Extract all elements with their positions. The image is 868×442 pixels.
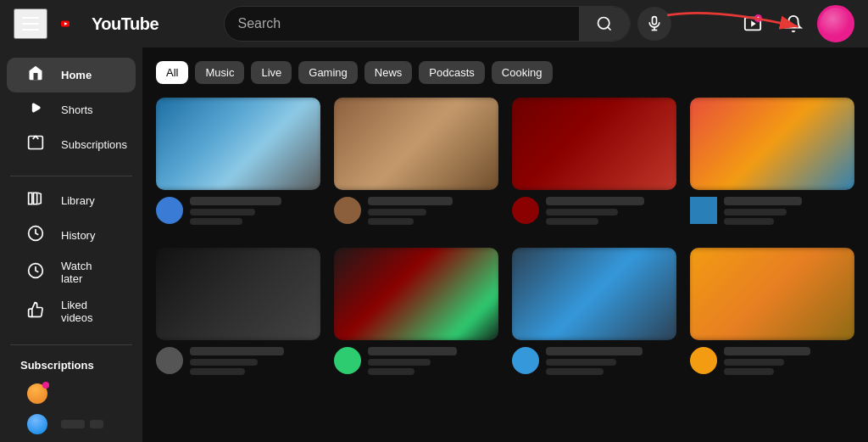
- chips-row: All Music Live Gaming News Podcasts Cook…: [156, 61, 854, 84]
- chip-live[interactable]: Live: [251, 61, 292, 84]
- watch-later-svg: [27, 262, 44, 279]
- svg-rect-15: [34, 193, 37, 204]
- video-info-6: [368, 347, 498, 378]
- create-button[interactable]: [736, 7, 770, 41]
- sidebar-item-library[interactable]: Library: [7, 183, 136, 218]
- history-icon: [27, 225, 44, 246]
- hamburger-menu-button[interactable]: [14, 8, 47, 39]
- video-meta-3: [512, 197, 676, 227]
- header-right: [736, 5, 854, 42]
- divider-2: [10, 344, 132, 345]
- channel-avatar-8: [690, 347, 717, 374]
- sidebar-label-home: Home: [61, 69, 92, 81]
- sidebar-label-library: Library: [61, 194, 95, 207]
- bell-icon: [784, 14, 803, 33]
- youtube-wordmark: YouTube: [92, 14, 159, 34]
- svg-rect-4: [652, 17, 656, 25]
- shorts-svg: [27, 99, 44, 116]
- sidebar-item-subscriptions[interactable]: Subscriptions: [7, 127, 136, 162]
- video-card-8[interactable]: [690, 248, 854, 378]
- svg-line-3: [607, 27, 610, 31]
- channel-avatar-2: [334, 197, 361, 224]
- video-thumb-1: [156, 98, 320, 190]
- library-svg: [27, 190, 44, 207]
- sidebar-label-subscriptions: Subscriptions: [61, 138, 127, 151]
- divider-1: [10, 176, 132, 176]
- chip-all[interactable]: All: [156, 61, 188, 84]
- video-card-1[interactable]: [156, 98, 320, 227]
- video-card-7[interactable]: [512, 248, 676, 378]
- subscription-item-2[interactable]: [7, 409, 136, 439]
- sidebar-label-liked-videos: Liked videos: [61, 299, 115, 324]
- sub-dot-1: [42, 382, 49, 389]
- channel-avatar-3: [512, 197, 539, 224]
- subscriptions-icon: [27, 134, 44, 155]
- chip-cooking[interactable]: Cooking: [492, 61, 553, 84]
- body: Home Shorts Subscriptions: [0, 48, 868, 442]
- video-info-2: [368, 197, 498, 227]
- search-icon: [596, 15, 613, 32]
- video-card-4[interactable]: [690, 98, 854, 227]
- sidebar-label-history: History: [61, 229, 95, 242]
- video-meta-5: [156, 347, 320, 378]
- search-input[interactable]: [225, 9, 579, 38]
- sidebar-subscriptions-section: Subscriptions: [0, 352, 142, 442]
- video-meta-1: [156, 197, 320, 227]
- video-meta-8: [690, 347, 854, 378]
- video-thumb-6: [334, 248, 498, 340]
- search-button[interactable]: [579, 7, 630, 41]
- youtube-icon: [61, 14, 88, 33]
- youtube-logo[interactable]: YouTube: [61, 14, 159, 34]
- video-info-4: [724, 197, 854, 227]
- history-svg: [27, 225, 44, 242]
- header-center: [165, 6, 729, 42]
- svg-point-2: [598, 18, 609, 29]
- liked-videos-icon: [27, 301, 44, 322]
- profile-avatar-button[interactable]: [817, 5, 854, 42]
- watch-later-icon: [27, 262, 44, 283]
- library-icon: [27, 190, 44, 211]
- svg-rect-14: [29, 193, 32, 204]
- video-row-1: [156, 98, 854, 227]
- channel-avatar-4: [690, 197, 717, 224]
- sub-avatar-2: [27, 414, 47, 434]
- sidebar-item-watch-later[interactable]: Watch later: [7, 253, 136, 292]
- sidebar-secondary-section: Library History Watch later: [0, 183, 142, 338]
- video-thumb-7: [512, 248, 676, 340]
- video-thumb-4: [690, 98, 854, 190]
- sidebar-item-liked-videos[interactable]: Liked videos: [7, 292, 136, 331]
- sidebar-item-history[interactable]: History: [7, 218, 136, 253]
- video-info-8: [724, 347, 854, 378]
- chip-podcasts[interactable]: Podcasts: [419, 61, 484, 84]
- channel-avatar-1: [156, 197, 183, 224]
- search-bar: [224, 6, 631, 42]
- video-card-3[interactable]: [512, 98, 676, 227]
- sidebar-item-home[interactable]: Home: [7, 58, 136, 92]
- video-thumb-3: [512, 98, 676, 190]
- video-meta-4: [690, 197, 854, 227]
- video-info-3: [546, 197, 676, 227]
- sidebar-item-shorts[interactable]: Shorts: [7, 92, 136, 127]
- sub-avatar-1: [27, 383, 47, 404]
- subscription-item-1[interactable]: [7, 378, 136, 409]
- video-thumb-8: [690, 248, 854, 340]
- video-info-5: [190, 347, 320, 378]
- video-card-2[interactable]: [334, 98, 498, 227]
- video-card-5[interactable]: [156, 248, 320, 378]
- sidebar-label-watch-later: Watch later: [61, 260, 115, 285]
- sidebar-main-section: Home Shorts Subscriptions: [0, 58, 142, 169]
- video-thumb-2: [334, 98, 498, 190]
- video-card-6[interactable]: [334, 248, 498, 378]
- svg-rect-13: [29, 137, 43, 149]
- main-content: All Music Live Gaming News Podcasts Cook…: [142, 48, 868, 442]
- chip-gaming[interactable]: Gaming: [298, 61, 358, 84]
- chip-music[interactable]: Music: [195, 61, 244, 84]
- video-meta-6: [334, 347, 498, 378]
- notifications-button[interactable]: [776, 7, 810, 41]
- voice-search-button[interactable]: [637, 7, 671, 41]
- channel-avatar-6: [334, 347, 361, 374]
- sidebar-label-shorts: Shorts: [61, 104, 93, 116]
- home-icon: [27, 64, 44, 86]
- chip-news[interactable]: News: [364, 61, 413, 84]
- video-meta-7: [512, 347, 676, 378]
